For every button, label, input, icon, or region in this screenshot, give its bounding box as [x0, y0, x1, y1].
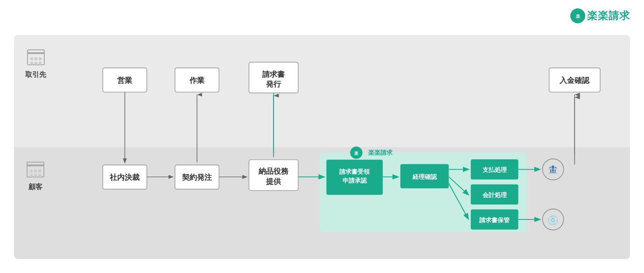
bank-icon: 🏦 — [547, 164, 559, 175]
diagram-wrapper: 取引先 顧客 営業 作業 請求書 発行 入金確認 — [14, 35, 630, 259]
kaikei-label: 会計処理 — [482, 191, 507, 198]
logo-icon: 楽 — [570, 8, 585, 23]
eigyo-label: 営業 — [117, 76, 133, 84]
juryo-label2: 申請承認 — [343, 177, 367, 184]
seikyusho-hakko-label2: 発行 — [266, 80, 281, 88]
rakuraku-badge-text: 楽楽請求 — [368, 149, 393, 156]
shiharai-label: 支払処理 — [483, 166, 507, 173]
keiri-label: 経理確認 — [412, 173, 437, 180]
keiyaku-hacchu-label: 契約発注 — [182, 173, 212, 181]
sagyo-label: 作業 — [189, 76, 205, 84]
nohin-label2: 提供 — [266, 177, 281, 185]
logo-text: 楽楽請求 — [587, 9, 630, 23]
hokan-label: 請求書保管 — [479, 217, 510, 224]
shanai-kesai-label: 社内決裁 — [109, 173, 140, 181]
rakuraku-badge-kanji: 楽 — [354, 150, 358, 156]
seikyusho-hakko-label1: 請求書 — [262, 70, 285, 78]
logo-area: 楽 楽楽請求 — [570, 8, 630, 23]
nohin-label1: 納品役務 — [258, 167, 289, 175]
nyukin-kakunin-label: 入金確認 — [559, 76, 590, 84]
archive-icon: 💿 — [547, 215, 559, 225]
juryo-label1: 請求書受領 — [339, 168, 370, 175]
svg-text:楽: 楽 — [576, 14, 580, 19]
flow-svg: 営業 作業 請求書 発行 入金確認 社内決裁 契約発注 納品役務 提供 楽 楽楽… — [14, 35, 630, 259]
